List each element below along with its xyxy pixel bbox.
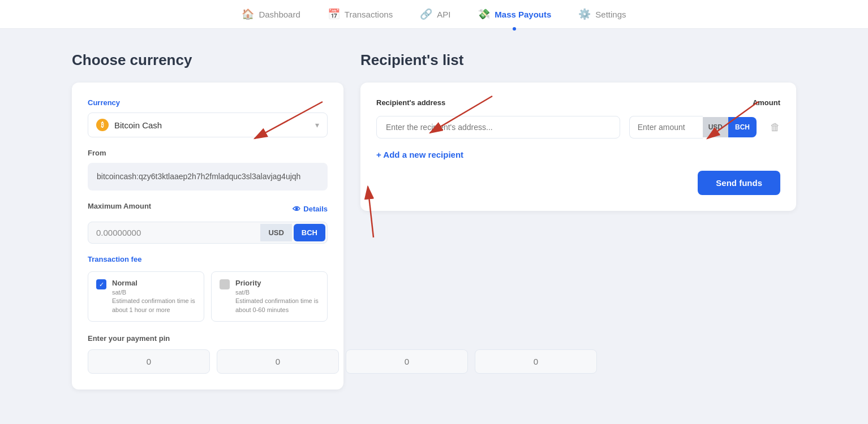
nav-item-dashboard[interactable]: 🏠 Dashboard bbox=[242, 8, 300, 20]
from-label: From bbox=[88, 149, 328, 157]
nav-label-mass-payouts: Mass Payouts bbox=[495, 10, 551, 19]
navigation: 🏠 Dashboard 📅 Transactions 🔗 API 💸 Mass … bbox=[0, 0, 868, 29]
nav-item-settings[interactable]: ⚙️ Settings bbox=[578, 8, 626, 20]
nav-label-transactions: Transactions bbox=[345, 10, 393, 19]
details-text: Details bbox=[303, 205, 328, 213]
delete-recipient-icon[interactable]: 🗑 bbox=[770, 122, 780, 133]
usd-badge[interactable]: USD bbox=[703, 117, 728, 137]
priority-fee-card[interactable]: Priority sat/BEstimated confirmation tim… bbox=[211, 271, 328, 322]
right-panel: Recipient's list Recipient's address Amo… bbox=[360, 51, 796, 390]
details-link[interactable]: 👁 Details bbox=[293, 205, 328, 214]
pin-input-1[interactable] bbox=[88, 349, 210, 374]
priority-fee-info: Priority sat/BEstimated confirmation tim… bbox=[235, 279, 319, 314]
nav-item-transactions[interactable]: 📅 Transactions bbox=[328, 8, 393, 20]
recipient-address-input[interactable] bbox=[376, 116, 620, 139]
normal-fee-card[interactable]: ✓ Normal sat/BEstimated confirmation tim… bbox=[88, 271, 204, 322]
amount-section: USD BCH bbox=[629, 116, 757, 139]
recipients-header: Recipient's address Amount bbox=[376, 98, 780, 107]
max-amount-row: Maximum Amount 👁 Details bbox=[88, 202, 328, 216]
currency-selector-left: ₿ Bitcoin Cash bbox=[96, 119, 162, 131]
main-content: Choose currency Currency ₿ Bitcoin Cash … bbox=[38, 29, 830, 412]
api-icon: 🔗 bbox=[420, 8, 432, 20]
send-funds-button[interactable]: Send funds bbox=[698, 171, 780, 195]
bch-badge[interactable]: BCH bbox=[728, 117, 757, 137]
transactions-icon: 📅 bbox=[328, 8, 340, 20]
currency-card: Currency ₿ Bitcoin Cash ▾ From bitcoinca… bbox=[72, 83, 343, 390]
nav-item-api[interactable]: 🔗 API bbox=[420, 8, 450, 20]
nav-label-settings: Settings bbox=[595, 10, 626, 19]
normal-fee-sub: sat/BEstimated confirmation time is abou… bbox=[112, 288, 196, 314]
amount-col-label: Amount bbox=[753, 98, 780, 107]
currency-label: Currency bbox=[88, 98, 328, 107]
max-amount-input-row: 0.00000000 USD BCH bbox=[88, 222, 328, 244]
normal-fee-info: Normal sat/BEstimated confirmation time … bbox=[112, 279, 196, 314]
bch-coin-icon: ₿ bbox=[96, 119, 109, 131]
amount-input[interactable] bbox=[629, 116, 703, 139]
normal-checkbox[interactable]: ✓ bbox=[96, 279, 106, 289]
pin-input-2[interactable] bbox=[217, 349, 339, 374]
add-recipient-button[interactable]: + Add a new recipient bbox=[376, 150, 463, 159]
nav-label-api: API bbox=[437, 10, 450, 19]
recipients-list-title: Recipient's list bbox=[360, 51, 796, 69]
recipient-row: USD BCH 🗑 bbox=[376, 116, 780, 139]
nav-item-mass-payouts[interactable]: 💸 Mass Payouts bbox=[478, 8, 551, 20]
usd-toggle-button[interactable]: USD bbox=[260, 224, 291, 241]
choose-currency-title: Choose currency bbox=[72, 51, 343, 69]
fee-options: ✓ Normal sat/BEstimated confirmation tim… bbox=[88, 271, 328, 322]
priority-fee-sub: sat/BEstimated confirmation time is abou… bbox=[235, 288, 319, 314]
normal-fee-title: Normal bbox=[112, 279, 196, 287]
left-panel: Choose currency Currency ₿ Bitcoin Cash … bbox=[72, 51, 343, 390]
dashboard-icon: 🏠 bbox=[242, 8, 254, 20]
max-amount-label: Maximum Amount bbox=[88, 202, 151, 210]
priority-checkbox[interactable] bbox=[220, 279, 230, 289]
pin-label: Enter your payment pin bbox=[88, 334, 328, 343]
currency-value: Bitcoin Cash bbox=[114, 120, 162, 130]
settings-icon: ⚙️ bbox=[578, 8, 591, 20]
mass-payouts-icon: 💸 bbox=[478, 8, 490, 20]
priority-fee-title: Priority bbox=[235, 279, 319, 287]
bch-toggle-button[interactable]: BCH bbox=[294, 224, 325, 241]
currency-selector[interactable]: ₿ Bitcoin Cash ▾ bbox=[88, 113, 328, 137]
address-col-label: Recipient's address bbox=[376, 98, 445, 107]
eye-icon: 👁 bbox=[293, 205, 300, 214]
chevron-down-icon: ▾ bbox=[315, 120, 319, 129]
tx-fee-label: Transaction fee bbox=[88, 255, 328, 263]
nav-label-dashboard: Dashboard bbox=[259, 10, 300, 19]
from-address: bitcoincash:qzy6t3ktlaaep2h7h2fmladquc3s… bbox=[88, 163, 328, 191]
max-amount-value: 0.00000000 bbox=[88, 222, 260, 243]
pin-inputs bbox=[88, 349, 328, 374]
recipients-card: Recipient's address Amount USD BCH 🗑 + A… bbox=[360, 83, 796, 211]
